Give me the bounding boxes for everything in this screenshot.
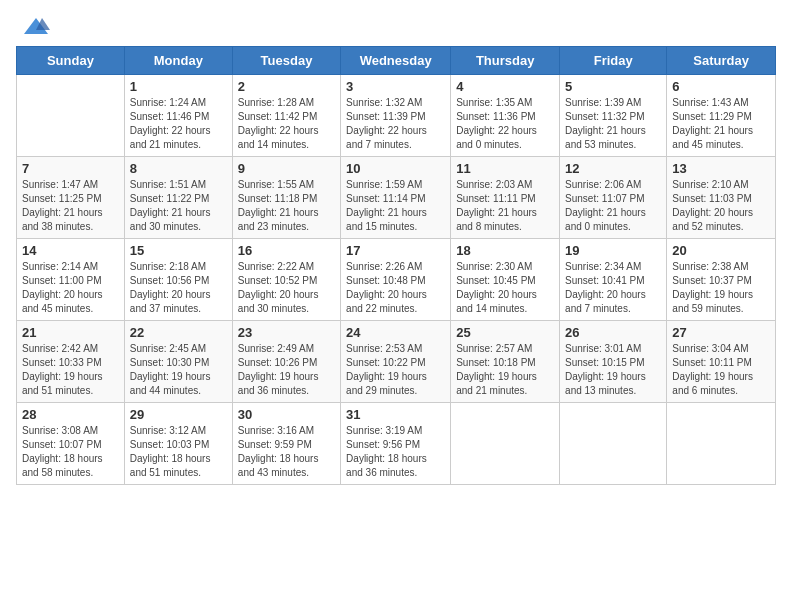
day-info: Sunrise: 2:45 AM Sunset: 10:30 PM Daylig…: [130, 342, 227, 398]
calendar-cell: 25Sunrise: 2:57 AM Sunset: 10:18 PM Dayl…: [451, 321, 560, 403]
day-number: 27: [672, 325, 770, 340]
day-info: Sunrise: 1:47 AM Sunset: 11:25 PM Daylig…: [22, 178, 119, 234]
day-info: Sunrise: 2:10 AM Sunset: 11:03 PM Daylig…: [672, 178, 770, 234]
day-number: 7: [22, 161, 119, 176]
day-info: Sunrise: 2:14 AM Sunset: 11:00 PM Daylig…: [22, 260, 119, 316]
day-number: 10: [346, 161, 445, 176]
calendar-cell: 30Sunrise: 3:16 AM Sunset: 9:59 PM Dayli…: [232, 403, 340, 485]
calendar-body: 1Sunrise: 1:24 AM Sunset: 11:46 PM Dayli…: [17, 75, 776, 485]
day-info: Sunrise: 3:01 AM Sunset: 10:15 PM Daylig…: [565, 342, 661, 398]
calendar-cell: 3Sunrise: 1:32 AM Sunset: 11:39 PM Dayli…: [341, 75, 451, 157]
day-number: 24: [346, 325, 445, 340]
day-number: 9: [238, 161, 335, 176]
day-info: Sunrise: 1:59 AM Sunset: 11:14 PM Daylig…: [346, 178, 445, 234]
day-number: 21: [22, 325, 119, 340]
header-day-sunday: Sunday: [17, 47, 125, 75]
calendar-cell: 23Sunrise: 2:49 AM Sunset: 10:26 PM Dayl…: [232, 321, 340, 403]
day-number: 3: [346, 79, 445, 94]
day-info: Sunrise: 2:03 AM Sunset: 11:11 PM Daylig…: [456, 178, 554, 234]
day-info: Sunrise: 2:57 AM Sunset: 10:18 PM Daylig…: [456, 342, 554, 398]
header-day-monday: Monday: [124, 47, 232, 75]
day-info: Sunrise: 3:19 AM Sunset: 9:56 PM Dayligh…: [346, 424, 445, 480]
day-info: Sunrise: 2:30 AM Sunset: 10:45 PM Daylig…: [456, 260, 554, 316]
day-info: Sunrise: 1:39 AM Sunset: 11:32 PM Daylig…: [565, 96, 661, 152]
day-number: 23: [238, 325, 335, 340]
calendar-cell: 13Sunrise: 2:10 AM Sunset: 11:03 PM Dayl…: [667, 157, 776, 239]
day-number: 19: [565, 243, 661, 258]
day-number: 16: [238, 243, 335, 258]
day-info: Sunrise: 2:34 AM Sunset: 10:41 PM Daylig…: [565, 260, 661, 316]
week-row-3: 14Sunrise: 2:14 AM Sunset: 11:00 PM Dayl…: [17, 239, 776, 321]
day-number: 12: [565, 161, 661, 176]
header-day-friday: Friday: [560, 47, 667, 75]
calendar-cell: [667, 403, 776, 485]
week-row-1: 1Sunrise: 1:24 AM Sunset: 11:46 PM Dayli…: [17, 75, 776, 157]
calendar-cell: 8Sunrise: 1:51 AM Sunset: 11:22 PM Dayli…: [124, 157, 232, 239]
day-info: Sunrise: 1:24 AM Sunset: 11:46 PM Daylig…: [130, 96, 227, 152]
day-info: Sunrise: 1:32 AM Sunset: 11:39 PM Daylig…: [346, 96, 445, 152]
calendar-cell: 20Sunrise: 2:38 AM Sunset: 10:37 PM Dayl…: [667, 239, 776, 321]
day-number: 11: [456, 161, 554, 176]
calendar-cell: 19Sunrise: 2:34 AM Sunset: 10:41 PM Dayl…: [560, 239, 667, 321]
calendar-cell: 21Sunrise: 2:42 AM Sunset: 10:33 PM Dayl…: [17, 321, 125, 403]
day-number: 5: [565, 79, 661, 94]
day-info: Sunrise: 1:55 AM Sunset: 11:18 PM Daylig…: [238, 178, 335, 234]
day-number: 22: [130, 325, 227, 340]
day-info: Sunrise: 2:42 AM Sunset: 10:33 PM Daylig…: [22, 342, 119, 398]
header-day-tuesday: Tuesday: [232, 47, 340, 75]
day-number: 30: [238, 407, 335, 422]
day-number: 20: [672, 243, 770, 258]
day-info: Sunrise: 1:28 AM Sunset: 11:42 PM Daylig…: [238, 96, 335, 152]
calendar-cell: 4Sunrise: 1:35 AM Sunset: 11:36 PM Dayli…: [451, 75, 560, 157]
day-info: Sunrise: 2:38 AM Sunset: 10:37 PM Daylig…: [672, 260, 770, 316]
day-number: 1: [130, 79, 227, 94]
calendar-cell: 1Sunrise: 1:24 AM Sunset: 11:46 PM Dayli…: [124, 75, 232, 157]
calendar-cell: [17, 75, 125, 157]
day-number: 13: [672, 161, 770, 176]
day-info: Sunrise: 2:49 AM Sunset: 10:26 PM Daylig…: [238, 342, 335, 398]
calendar-table: SundayMondayTuesdayWednesdayThursdayFrid…: [16, 46, 776, 485]
calendar-cell: 9Sunrise: 1:55 AM Sunset: 11:18 PM Dayli…: [232, 157, 340, 239]
calendar-header: SundayMondayTuesdayWednesdayThursdayFrid…: [17, 47, 776, 75]
calendar-cell: 11Sunrise: 2:03 AM Sunset: 11:11 PM Dayl…: [451, 157, 560, 239]
calendar-cell: 17Sunrise: 2:26 AM Sunset: 10:48 PM Dayl…: [341, 239, 451, 321]
day-info: Sunrise: 2:26 AM Sunset: 10:48 PM Daylig…: [346, 260, 445, 316]
week-row-2: 7Sunrise: 1:47 AM Sunset: 11:25 PM Dayli…: [17, 157, 776, 239]
day-info: Sunrise: 3:16 AM Sunset: 9:59 PM Dayligh…: [238, 424, 335, 480]
day-number: 25: [456, 325, 554, 340]
calendar-cell: 15Sunrise: 2:18 AM Sunset: 10:56 PM Dayl…: [124, 239, 232, 321]
header: [16, 16, 776, 38]
calendar-cell: 12Sunrise: 2:06 AM Sunset: 11:07 PM Dayl…: [560, 157, 667, 239]
day-number: 14: [22, 243, 119, 258]
calendar-cell: [560, 403, 667, 485]
calendar-cell: 31Sunrise: 3:19 AM Sunset: 9:56 PM Dayli…: [341, 403, 451, 485]
header-day-saturday: Saturday: [667, 47, 776, 75]
day-info: Sunrise: 2:22 AM Sunset: 10:52 PM Daylig…: [238, 260, 335, 316]
calendar-cell: 22Sunrise: 2:45 AM Sunset: 10:30 PM Dayl…: [124, 321, 232, 403]
day-info: Sunrise: 2:18 AM Sunset: 10:56 PM Daylig…: [130, 260, 227, 316]
header-day-thursday: Thursday: [451, 47, 560, 75]
calendar-cell: 29Sunrise: 3:12 AM Sunset: 10:03 PM Dayl…: [124, 403, 232, 485]
day-info: Sunrise: 3:08 AM Sunset: 10:07 PM Daylig…: [22, 424, 119, 480]
week-row-4: 21Sunrise: 2:42 AM Sunset: 10:33 PM Dayl…: [17, 321, 776, 403]
header-row: SundayMondayTuesdayWednesdayThursdayFrid…: [17, 47, 776, 75]
calendar-cell: 28Sunrise: 3:08 AM Sunset: 10:07 PM Dayl…: [17, 403, 125, 485]
calendar-cell: 18Sunrise: 2:30 AM Sunset: 10:45 PM Dayl…: [451, 239, 560, 321]
calendar-cell: 7Sunrise: 1:47 AM Sunset: 11:25 PM Dayli…: [17, 157, 125, 239]
calendar-cell: [451, 403, 560, 485]
week-row-5: 28Sunrise: 3:08 AM Sunset: 10:07 PM Dayl…: [17, 403, 776, 485]
calendar-cell: 26Sunrise: 3:01 AM Sunset: 10:15 PM Dayl…: [560, 321, 667, 403]
day-info: Sunrise: 3:12 AM Sunset: 10:03 PM Daylig…: [130, 424, 227, 480]
logo-icon: [22, 16, 50, 38]
day-number: 29: [130, 407, 227, 422]
day-number: 31: [346, 407, 445, 422]
day-info: Sunrise: 1:35 AM Sunset: 11:36 PM Daylig…: [456, 96, 554, 152]
day-number: 2: [238, 79, 335, 94]
calendar-cell: 6Sunrise: 1:43 AM Sunset: 11:29 PM Dayli…: [667, 75, 776, 157]
day-number: 18: [456, 243, 554, 258]
calendar-cell: 14Sunrise: 2:14 AM Sunset: 11:00 PM Dayl…: [17, 239, 125, 321]
day-number: 4: [456, 79, 554, 94]
day-info: Sunrise: 3:04 AM Sunset: 10:11 PM Daylig…: [672, 342, 770, 398]
calendar-cell: 10Sunrise: 1:59 AM Sunset: 11:14 PM Dayl…: [341, 157, 451, 239]
day-number: 28: [22, 407, 119, 422]
